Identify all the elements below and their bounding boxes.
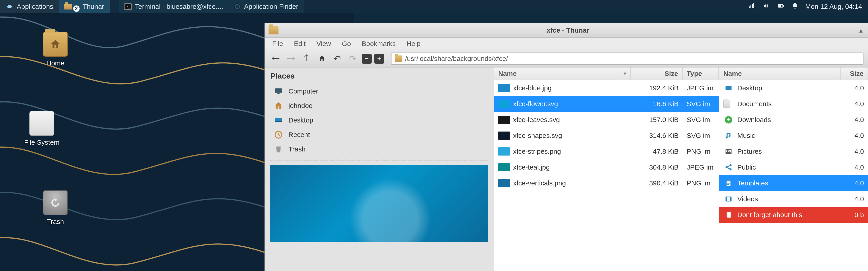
file-type: JPEG im (683, 163, 719, 171)
folder-row[interactable]: Templates4.0 (719, 175, 868, 191)
file-row[interactable]: xfce-blue.jpg192.4 KiBJPEG im (494, 80, 719, 96)
applications-menu-button[interactable]: Applications (0, 0, 59, 13)
file-name: xfce-verticals.png (513, 179, 566, 187)
folder-row[interactable]: Desktop4.0 (719, 80, 868, 96)
sort-desc-icon: ▾ (624, 71, 626, 77)
desktop-icon-home[interactable]: Home (29, 32, 81, 67)
home-button[interactable] (315, 52, 328, 65)
zoom-out-button[interactable]: − (362, 54, 372, 64)
sidebar-item-computer[interactable]: Computer (265, 84, 494, 99)
svg-rect-13 (276, 146, 281, 147)
back-button[interactable]: 🡐 (270, 52, 282, 65)
svg-rect-7 (779, 5, 781, 7)
folder-icon (723, 100, 734, 108)
network-icon[interactable] (748, 2, 755, 11)
volume-icon[interactable] (762, 2, 770, 11)
gear-icon (234, 3, 241, 10)
sidebar-item-desktop[interactable]: Desktop (265, 113, 494, 128)
sidebar-item-johndoe[interactable]: johndoe (265, 99, 494, 113)
zoom-in-button[interactable]: ＋ (374, 54, 384, 64)
col-type[interactable]: Type (683, 67, 719, 80)
file-row[interactable]: xfce-leaves.svg157.0 KiBSVG im (494, 112, 719, 128)
file-type: JPEG im (683, 84, 719, 92)
col-size[interactable]: Size (841, 67, 868, 80)
desktop-folder-icon (723, 84, 734, 92)
task-appfinder[interactable]: Application Finder (228, 0, 304, 13)
clock-label[interactable]: Mon 12 Aug, 04:14 (805, 3, 862, 10)
col-name[interactable]: Name (719, 67, 841, 80)
image-preview (270, 165, 488, 242)
col-name[interactable]: Name▾ (494, 67, 631, 80)
thumbnail-icon (498, 116, 510, 124)
file-row[interactable]: xfce-stripes.png47.8 KiBPNG im (494, 143, 719, 159)
forward-button[interactable]: 🡒 (285, 52, 298, 65)
desktop-icon-trash[interactable]: Trash (29, 190, 81, 225)
menu-bookmarks[interactable]: Bookmarks (362, 40, 396, 48)
folder-row[interactable]: Downloads4.0 (719, 112, 868, 128)
file-size: 192.4 KiB (631, 84, 683, 92)
path-entry[interactable]: /usr/local/share/backgrounds/xfce/ (391, 53, 864, 65)
file-row[interactable]: xfce-shapes.svg314.6 KiBSVG im (494, 128, 719, 143)
menu-help[interactable]: Help (407, 40, 421, 48)
sidebar-item-label: johndoe (288, 102, 313, 110)
sidebar-item-label: Computer (288, 87, 318, 95)
folder-row[interactable]: Dont forget about this !0 b (719, 207, 868, 223)
folder-size: 4.0 (841, 132, 868, 139)
svg-rect-2 (750, 5, 751, 8)
folder-row[interactable]: Pictures4.0 (719, 143, 868, 159)
menu-file[interactable]: File (272, 40, 283, 48)
menu-view[interactable]: View (316, 40, 331, 48)
folder-size: 0 b (841, 211, 868, 219)
column-headers: Name Size (719, 67, 868, 80)
maximize-icon[interactable]: ▴ (857, 25, 864, 35)
toolbar: 🡐 🡒 🡑 ↶ ↷ − ＋ /usr/local/share/backgroun… (265, 50, 868, 67)
menu-go[interactable]: Go (342, 40, 351, 48)
file-type: PNG im (683, 179, 719, 187)
file-type: SVG im (683, 100, 719, 108)
file-row[interactable]: xfce-verticals.png390.4 KiBPNG im (494, 175, 719, 191)
battery-icon[interactable] (777, 2, 785, 11)
task-label: Terminal - bluesabre@xfce.... (135, 3, 223, 10)
file-row[interactable]: xfce-teal.jpg304.8 KiBJPEG im (494, 159, 719, 175)
folder-row[interactable]: Music4.0 (719, 128, 868, 143)
folder-name: Public (737, 163, 756, 171)
redo-button[interactable]: ↷ (346, 52, 359, 65)
system-tray: Mon 12 Aug, 04:14 (742, 2, 868, 11)
notifications-icon[interactable] (792, 2, 798, 11)
sidebar-item-recent[interactable]: Recent (265, 128, 494, 142)
places-heading: Places (265, 72, 494, 84)
up-button[interactable]: 🡑 (300, 52, 313, 65)
thumbnail-icon (498, 179, 510, 187)
drive-icon (29, 111, 54, 136)
undo-button[interactable]: ↶ (331, 52, 344, 65)
sidebar-item-trash[interactable]: Trash (265, 142, 494, 157)
svg-rect-24 (730, 197, 731, 201)
file-list-right: Name Size Desktop4.0Documents4.0Download… (719, 67, 868, 271)
col-size[interactable]: Size (631, 67, 683, 80)
templates-icon (723, 179, 734, 188)
folder-row[interactable]: Videos4.0 (719, 191, 868, 207)
file-name: xfce-leaves.svg (513, 116, 560, 124)
svg-rect-23 (726, 197, 727, 201)
task-label: Application Finder (244, 3, 298, 10)
task-thunar[interactable]: 2 Thunar (59, 0, 110, 13)
svg-rect-8 (275, 88, 282, 92)
folder-row[interactable]: Documents4.0 (719, 96, 868, 112)
file-size: 304.8 KiB (631, 163, 683, 171)
file-row[interactable]: xfce-flower.svg16.6 KiBSVG im (494, 96, 719, 112)
folder-row[interactable]: Public4.0 (719, 159, 868, 175)
thumbnail-icon (498, 84, 510, 92)
file-name: xfce-teal.jpg (513, 163, 550, 171)
file-name: xfce-stripes.png (513, 147, 561, 155)
task-terminal[interactable]: >_ Terminal - bluesabre@xfce.... (119, 0, 229, 13)
file-type: PNG im (683, 147, 719, 155)
folder-name: Dont forget about this ! (737, 211, 806, 219)
xfce-logo-icon (5, 2, 13, 11)
file-name: xfce-shapes.svg (513, 132, 562, 139)
svg-rect-14 (725, 86, 732, 90)
home-icon (273, 101, 284, 111)
file-size: 390.4 KiB (631, 179, 683, 187)
menu-edit[interactable]: Edit (294, 40, 306, 48)
desktop-icon-file-system[interactable]: File System (16, 111, 68, 146)
titlebar[interactable]: xfce - Thunar ▴ (265, 23, 868, 37)
